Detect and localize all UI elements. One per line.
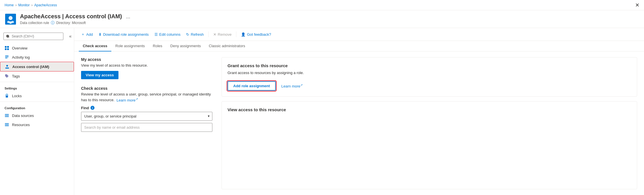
grant-access-card: Grant access to this resource Grant acce…	[222, 57, 637, 97]
data-sources-icon	[5, 113, 9, 118]
toolbar-divider-2	[236, 31, 236, 37]
sidebar-item-activity-log[interactable]: Activity log	[0, 53, 74, 62]
sidebar-search-input[interactable]	[3, 33, 63, 40]
my-access-title: My access	[81, 57, 212, 62]
sidebar: « Overview Activity log	[0, 28, 74, 195]
info-icon: ⓘ	[51, 20, 55, 25]
find-dropdown[interactable]: User, group, or service principal	[81, 112, 212, 121]
right-panel: Grant access to this resource Grant acce…	[222, 57, 637, 189]
breadcrumb-apache[interactable]: ApacheAccess	[34, 3, 57, 7]
access-control-icon	[5, 64, 9, 69]
sidebar-item-resources[interactable]: Resources	[0, 120, 74, 129]
close-button[interactable]: ✕	[635, 2, 639, 8]
collapse-button[interactable]: «	[67, 34, 74, 39]
svg-rect-7	[5, 48, 7, 50]
sidebar-item-access-control-label: Access control (IAM)	[12, 65, 49, 69]
resource-icon	[5, 13, 17, 25]
view-access-card: View access to this resource	[222, 101, 637, 189]
sidebar-item-access-control[interactable]: Access control (IAM)	[0, 62, 74, 71]
tab-role-assignments[interactable]: Role assignments	[111, 41, 149, 51]
svg-point-4	[9, 21, 12, 24]
add-icon: ＋	[81, 32, 85, 37]
refresh-icon: ↻	[186, 32, 189, 37]
tags-icon	[5, 74, 9, 78]
locks-icon	[5, 93, 9, 98]
remove-button[interactable]: ✕ Remove	[211, 31, 234, 38]
add-button[interactable]: ＋ Add	[79, 30, 95, 38]
sidebar-item-overview-label: Overview	[12, 46, 27, 50]
svg-rect-22	[5, 126, 9, 126]
view-access-title: View access to this resource	[228, 107, 631, 112]
settings-section-label: Settings	[0, 83, 74, 91]
search-name-email-input[interactable]	[81, 123, 212, 132]
breadcrumb-sep-2: ›	[31, 3, 33, 7]
feedback-button[interactable]: 👤 Got feedback?	[239, 31, 273, 38]
svg-rect-19	[5, 116, 9, 117]
find-label: Find i	[81, 106, 212, 110]
tab-check-access[interactable]: Check access	[79, 41, 111, 51]
tabs: Check access Role assignments Roles Deny…	[74, 41, 644, 51]
svg-rect-6	[7, 46, 9, 48]
refresh-button[interactable]: ↻ Refresh	[184, 31, 206, 38]
ellipsis-button[interactable]: ...	[126, 14, 130, 19]
sidebar-item-overview[interactable]: Overview	[0, 43, 74, 53]
content-area: ＋ Add ⬇ Download role assignments ☰ Edit…	[74, 28, 644, 195]
tab-roles[interactable]: Roles	[149, 41, 166, 51]
add-role-assignment-button[interactable]: Add role assignment	[228, 81, 276, 91]
activity-log-icon	[5, 55, 9, 59]
breadcrumb-sep-1: ›	[15, 3, 17, 7]
sidebar-item-locks-label: Locks	[12, 94, 22, 98]
check-access-description: Review the level of access a user, group…	[81, 92, 212, 103]
grant-access-title: Grant access to this resource	[228, 63, 631, 68]
breadcrumb-home[interactable]: Home	[5, 3, 14, 7]
main-layout: « Overview Activity log	[0, 28, 644, 195]
page-title: ApacheAccess | Access control (IAM) ...	[20, 13, 130, 20]
download-button[interactable]: ⬇ Download role assignments	[96, 31, 151, 38]
breadcrumb: Home › Monitor › ApacheAccess	[5, 3, 57, 7]
left-panel: My access View my level of access to thi…	[81, 57, 212, 189]
find-info-icon: i	[90, 106, 94, 110]
check-access-learn-more[interactable]: Learn more↗	[116, 98, 138, 102]
svg-rect-18	[5, 115, 9, 116]
header-text: ApacheAccess | Access control (IAM) ... …	[20, 13, 130, 25]
svg-rect-10	[5, 57, 9, 57]
check-access-title: Check access	[81, 86, 212, 91]
view-my-access-button[interactable]: View my access	[81, 71, 118, 79]
my-access-description: View my level of access to this resource…	[81, 63, 212, 68]
main-content: My access View my level of access to thi…	[74, 51, 644, 195]
remove-icon: ✕	[213, 32, 216, 37]
grant-access-description: Grant access to resources by assigning a…	[228, 70, 631, 75]
svg-rect-11	[5, 58, 7, 58]
grant-access-actions: Add role assignment Learn more↗	[228, 81, 631, 91]
grant-access-learn-more[interactable]: Learn more↗	[281, 83, 303, 88]
svg-rect-9	[5, 55, 9, 56]
sidebar-item-locks[interactable]: Locks	[0, 91, 74, 100]
tab-classic-admins[interactable]: Classic administrators	[205, 41, 249, 51]
sidebar-item-data-sources[interactable]: Data sources	[0, 111, 74, 120]
page-header: ApacheAccess | Access control (IAM) ... …	[0, 10, 644, 28]
configuration-section-label: Configuration	[0, 103, 74, 111]
external-link-icon: ↗	[136, 97, 138, 100]
search-row: «	[0, 30, 74, 42]
breadcrumb-monitor[interactable]: Monitor	[18, 3, 30, 7]
resources-icon	[5, 122, 9, 127]
svg-rect-5	[5, 46, 7, 48]
sidebar-divider-1	[0, 82, 74, 82]
check-access-section: Check access Review the level of access …	[81, 86, 212, 132]
edit-columns-button[interactable]: ☰ Edit columns	[152, 31, 183, 38]
svg-rect-8	[7, 48, 9, 50]
sidebar-item-tags-label: Tags	[12, 74, 20, 78]
tab-deny-assignments[interactable]: Deny assignments	[166, 41, 205, 51]
feedback-icon: 👤	[241, 32, 245, 37]
svg-point-1	[9, 16, 13, 20]
my-access-section: My access View my level of access to thi…	[81, 57, 212, 79]
edit-columns-icon: ☰	[154, 32, 158, 37]
sidebar-search	[0, 30, 67, 42]
sidebar-item-activity-log-label: Activity log	[12, 55, 30, 59]
svg-point-12	[6, 65, 8, 67]
svg-rect-16	[6, 95, 8, 98]
sidebar-item-tags[interactable]: Tags	[0, 71, 74, 81]
svg-rect-20	[5, 123, 9, 124]
sidebar-divider-2	[0, 102, 74, 102]
grant-external-link-icon: ↗	[300, 83, 303, 87]
